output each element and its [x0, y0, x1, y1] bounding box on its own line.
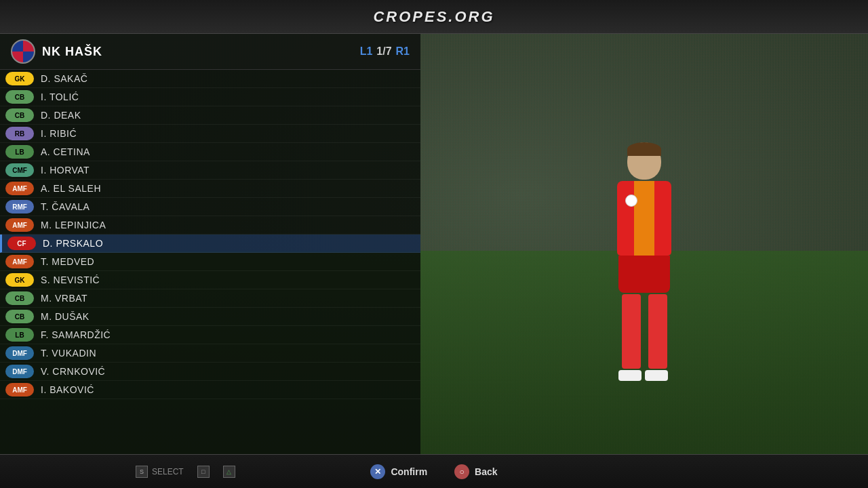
back-label: Back — [475, 466, 497, 477]
player-row[interactable]: LBA. CETINA — [0, 143, 420, 161]
confirm-action[interactable]: ✕ Confirm — [370, 464, 427, 479]
player-row[interactable]: LBF. SAMARDŽIĆ — [0, 326, 420, 344]
select-label: SELECT — [152, 467, 184, 476]
player-row[interactable]: DMFT. VUKADIN — [0, 344, 420, 363]
player-name: S. NEVISTIĆ — [41, 274, 100, 285]
player-display — [420, 34, 868, 454]
position-badge: DMF — [5, 365, 34, 378]
player-legs — [583, 294, 705, 381]
position-badge: AMF — [5, 255, 34, 268]
player-list: GKD. SAKAČCBI. TOLIĆCBD. DEAKRBI. RIBIĆL… — [0, 70, 420, 452]
player-name: F. SAMARDŽIĆ — [41, 329, 111, 340]
player-name: D. SAKAČ — [41, 73, 87, 84]
position-badge: CMF — [5, 163, 34, 177]
bottom-left-actions: S SELECT □ △ — [136, 466, 235, 478]
player-row[interactable]: AMFI. BAKOVIĆ — [0, 381, 420, 399]
player-left-leg — [622, 294, 641, 369]
position-badge: LB — [5, 328, 34, 342]
player-row[interactable]: RMFT. ČAVALA — [0, 198, 420, 216]
player-row[interactable]: AMFM. LEPINJICA — [0, 216, 420, 235]
player-name: T. VUKADIN — [41, 348, 96, 359]
player-head — [627, 142, 661, 180]
player-name: I. HORVAT — [41, 165, 90, 176]
triangle-button[interactable]: △ — [223, 466, 235, 478]
player-name: I. BAKOVIĆ — [41, 384, 94, 395]
main-panel: NK HAŠK L1 1/7 R1 GKD. SAKAČCBI. TOLIĆCB… — [0, 34, 420, 454]
position-badge: AMF — [5, 383, 34, 396]
position-badge: RMF — [5, 200, 34, 214]
player-left-boot — [618, 370, 642, 381]
position-badge: DMF — [5, 346, 34, 360]
player-name: D. DEAK — [41, 110, 81, 121]
position-badge: LB — [5, 145, 34, 159]
position-badge: RB — [5, 127, 34, 140]
player-row[interactable]: AMFT. MEDVED — [0, 253, 420, 271]
confirm-label: Confirm — [391, 466, 427, 477]
player-figure — [583, 142, 705, 400]
player-row[interactable]: CBD. DEAK — [0, 106, 420, 125]
player-row[interactable]: CBI. TOLIĆ — [0, 88, 420, 106]
position-badge: CB — [5, 108, 34, 122]
player-name: D. PRSKALO — [43, 238, 103, 249]
jersey-badge — [625, 195, 637, 207]
position-badge: GK — [5, 273, 34, 287]
player-row[interactable]: CMFI. HORVAT — [0, 161, 420, 180]
player-row[interactable]: AMFA. EL SALEH — [0, 180, 420, 198]
bottom-bar: S SELECT □ △ ✕ Confirm ○ Back — [0, 454, 868, 488]
player-row[interactable]: CFD. PRSKALO — [0, 235, 420, 253]
position-badge: CB — [5, 310, 34, 323]
team-name: NK HAŠK — [42, 45, 102, 59]
player-row[interactable]: GKS. NEVISTIĆ — [0, 271, 420, 289]
team-info: NK HAŠK — [11, 39, 102, 64]
player-body — [617, 181, 671, 256]
select-action: S SELECT — [136, 466, 184, 478]
player-name: I. TOLIĆ — [41, 92, 79, 102]
player-right-leg — [648, 294, 667, 369]
player-row[interactable]: RBI. RIBIĆ — [0, 125, 420, 143]
player-right-boot — [645, 370, 668, 381]
square-button[interactable]: □ — [197, 466, 210, 478]
player-row[interactable]: DMFV. CRNKOVIĆ — [0, 363, 420, 381]
l1-button[interactable]: L1 — [360, 45, 373, 58]
player-row[interactable]: CBM. DUŠAK — [0, 308, 420, 326]
player-name: M. LEPINJICA — [41, 220, 106, 230]
page-indicator: L1 1/7 R1 — [360, 45, 410, 58]
player-name: A. CETINA — [41, 146, 90, 157]
player-shorts — [618, 256, 670, 293]
page-number: 1/7 — [376, 45, 391, 58]
player-name: M. VRBAT — [41, 293, 87, 304]
circle-button-icon: ○ — [454, 464, 469, 479]
player-name: V. CRNKOVIĆ — [41, 366, 105, 377]
position-badge: AMF — [5, 182, 34, 195]
player-name: T. MEDVED — [41, 256, 94, 267]
top-bar: CROPES.ORG — [0, 0, 868, 34]
player-name: A. EL SALEH — [41, 183, 101, 194]
player-name: I. RIBIĆ — [41, 128, 77, 139]
position-badge: GK — [5, 72, 34, 85]
team-badge — [11, 39, 35, 64]
r1-button[interactable]: R1 — [396, 45, 410, 58]
position-badge: CB — [5, 90, 34, 104]
position-badge: CF — [7, 237, 36, 250]
cross-button-icon: ✕ — [370, 464, 385, 479]
jersey-stripe — [634, 181, 654, 256]
position-badge: AMF — [5, 218, 34, 232]
team-header: NK HAŠK L1 1/7 R1 — [0, 34, 420, 70]
player-name: T. ČAVALA — [41, 201, 90, 212]
site-logo: CROPES.ORG — [373, 8, 494, 26]
position-badge: CB — [5, 291, 34, 305]
player-name: M. DUŠAK — [41, 311, 90, 322]
player-hair — [627, 142, 661, 156]
back-action[interactable]: ○ Back — [454, 464, 497, 479]
select-button-icon[interactable]: S — [136, 466, 148, 478]
player-row[interactable]: GKD. SAKAČ — [0, 70, 420, 88]
player-row[interactable]: CBM. VRBAT — [0, 289, 420, 308]
